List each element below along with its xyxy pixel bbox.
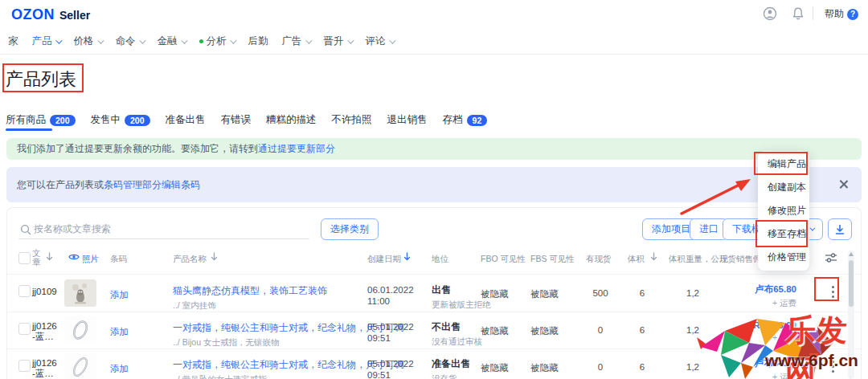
main-nav: 家 产品 价格 命令 金融 分析 后勤 广告 晋升 评论 — [0, 29, 868, 55]
price-cell: 卢布65.80 + 运费 — [727, 283, 796, 309]
chevron-down-icon — [97, 37, 104, 43]
col-header-status: 地位 — [432, 254, 448, 265]
ring-photo — [64, 316, 96, 344]
col-header-photo[interactable]: 照片 — [82, 254, 99, 265]
col-header-product-name[interactable]: 产品名称 — [173, 254, 207, 265]
help-button[interactable]: 帮助 ? — [825, 7, 858, 21]
sort-desc-icon[interactable] — [46, 252, 53, 261]
table-row: jj0126-蓝… 添加 一对戒指，纯银公主和骑士对戒，纪念礼物，尺寸可调 ..… — [6, 349, 862, 379]
ring-photo — [64, 353, 96, 379]
green-dot-icon — [199, 39, 203, 43]
add-barcode-link[interactable]: 添加 — [110, 289, 129, 301]
product-category: ../ 室内挂饰 — [173, 300, 327, 312]
fbo-visibility-cell: 被隐藏 — [481, 362, 509, 374]
status-cell: 准备出售 没存货 — [432, 357, 470, 379]
row-actions-kebab[interactable] — [825, 320, 840, 339]
row-checkbox[interactable] — [18, 285, 31, 297]
in-stock-cell: 0 — [590, 325, 611, 335]
help-question-icon: ? — [847, 9, 858, 20]
page-title: 产品列表 — [6, 67, 76, 92]
nav-item-logistics[interactable]: 后勤 — [248, 35, 268, 48]
ozon-logo[interactable]: OZON Seller — [11, 6, 90, 23]
row-checkbox[interactable] — [18, 360, 31, 372]
col-header-fbs-visibility: FBS 可见性 — [530, 254, 575, 265]
scrollbar-up-arrow-icon[interactable] — [849, 252, 854, 256]
add-barcode-link[interactable]: 添加 — [110, 326, 129, 338]
menu-item-price-management[interactable]: 价格管理 — [758, 246, 809, 269]
tab-on-sale[interactable]: 发售中200 — [91, 113, 150, 127]
fbo-visibility-cell: 被隐藏 — [481, 288, 509, 300]
close-icon[interactable] — [838, 179, 849, 190]
download-icon — [834, 224, 845, 235]
col-header-in-stock: 有现货 — [586, 254, 612, 265]
profile-icon[interactable] — [763, 6, 777, 21]
col-header-fbo-visibility: FBO 可见性 — [481, 254, 526, 265]
search-input[interactable] — [34, 220, 307, 238]
barcode-manage-link[interactable]: 条码管理部分编辑条码 — [104, 179, 200, 190]
notifications-bell-icon[interactable] — [791, 6, 805, 21]
tab-all-products[interactable]: 所有商品200 — [6, 113, 76, 127]
nav-item-ads[interactable]: 广告 — [282, 35, 310, 48]
volume-weight-cell: 1,2 — [686, 288, 699, 298]
menu-item-move-to-archive[interactable]: 移至存档 — [758, 222, 809, 246]
col-header-created-date[interactable]: 创建日期 — [367, 254, 401, 265]
active-tab-underline — [6, 128, 52, 131]
menu-item-edit-product[interactable]: 编辑产品 — [758, 153, 809, 176]
fbo-visibility-cell: 被隐藏 — [481, 325, 509, 337]
product-thumbnail[interactable] — [64, 279, 96, 307]
fbs-visibility-cell: 被隐藏 — [530, 325, 559, 337]
row-checkbox[interactable] — [18, 323, 31, 335]
header-divider — [813, 6, 813, 20]
nav-item-orders[interactable]: 命令 — [116, 35, 144, 48]
tab-ready-for-sale[interactable]: 准备出售 — [166, 113, 206, 127]
sort-desc-active-icon[interactable] — [403, 252, 411, 261]
chevron-down-icon — [389, 37, 395, 43]
volume-weight-cell: 1,2 — [686, 362, 699, 372]
select-all-checkbox[interactable] — [18, 252, 31, 264]
col-header-article[interactable]: 文 章 — [32, 249, 41, 267]
menu-item-edit-photos[interactable]: 修改照片 — [758, 199, 809, 222]
chevron-down-icon — [55, 37, 62, 43]
product-thumbnail[interactable] — [64, 353, 96, 379]
product-name-link[interactable]: 猫头鹰静态仿真模型，装饰工艺装饰 — [173, 285, 327, 296]
table-row: jj0109 添加 猫头鹰静态仿真模型，装饰工艺装饰 ../ 室内挂饰 06.0… — [6, 274, 862, 312]
row-actions-kebab[interactable] — [825, 282, 840, 301]
nav-item-prices[interactable]: 价格 — [74, 35, 102, 48]
nav-item-finance[interactable]: 金融 — [158, 35, 186, 48]
col-header-volume[interactable]: 体积 — [628, 254, 645, 265]
select-category-button[interactable]: 选择类别 — [321, 218, 379, 240]
status-cell: 不出售 没有通过审核 — [432, 320, 482, 348]
nav-item-promotion[interactable]: 晋升 — [324, 35, 352, 48]
logo-text: OZON — [11, 6, 55, 23]
in-stock-cell: 0 — [590, 362, 611, 372]
product-thumbnail[interactable] — [64, 316, 96, 344]
menu-item-create-copy[interactable]: 创建副本 — [758, 176, 809, 199]
nav-item-analytics[interactable]: 分析 — [199, 35, 235, 48]
row-actions-context-menu: 编辑产品 创建副本 修改照片 移至存档 价格管理 — [758, 151, 809, 271]
tab-withdrawn[interactable]: 退出销售 — [387, 113, 428, 127]
row-actions-kebab[interactable] — [825, 357, 840, 376]
add-barcode-link[interactable]: 添加 — [110, 363, 129, 375]
table-row: jj0126-蓝… 添加 一对戒指，纯银公主和骑士对戒，纪念礼物，尺寸可调 ..… — [6, 312, 862, 348]
created-date-cell: 05.01.202209:51 — [367, 358, 414, 379]
help-label: 帮助 — [825, 7, 844, 21]
tab-bad-description[interactable]: 糟糕的描述 — [266, 113, 317, 127]
tab-with-errors[interactable]: 有错误 — [221, 113, 252, 127]
nav-item-home[interactable]: 家 — [8, 35, 18, 48]
column-settings-sliders-icon[interactable] — [825, 252, 837, 263]
nav-item-products[interactable]: 产品 — [32, 35, 60, 48]
feed-update-link[interactable]: 通过提要更新部分 — [258, 143, 335, 154]
ozon-seller-page: OZON Seller 帮助 ? 家 产品 价格 命令 金融 分析 后勤 广告 … — [0, 0, 868, 379]
sort-desc-icon[interactable] — [650, 252, 657, 261]
tab-no-photo[interactable]: 不许拍照 — [332, 113, 372, 127]
download-button[interactable] — [828, 218, 852, 240]
tab-archive[interactable]: 存档92 — [443, 113, 488, 127]
sort-desc-icon[interactable] — [211, 252, 218, 261]
search-icon — [20, 224, 31, 235]
top-header: OZON Seller 帮助 ? — [0, 0, 868, 27]
col-header-barcode: 条码 — [110, 254, 127, 265]
table-scrollbar-thumb[interactable] — [849, 260, 854, 307]
nav-item-reviews[interactable]: 评论 — [366, 35, 394, 48]
volume-cell: 6 — [637, 288, 648, 298]
in-stock-cell: 500 — [590, 288, 611, 298]
